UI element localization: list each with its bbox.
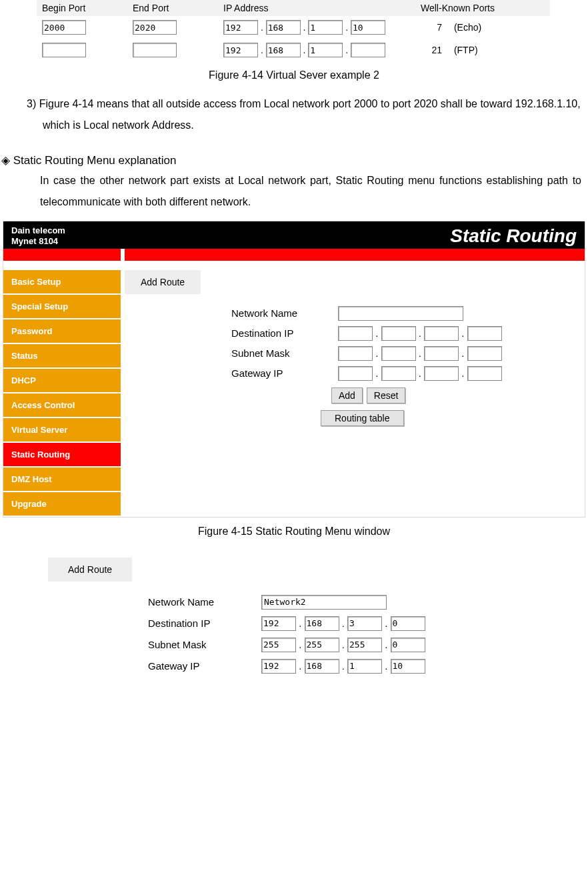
gw-octet-input[interactable] <box>381 366 416 381</box>
ip-octet-input[interactable] <box>351 43 385 57</box>
label-network-name: Network Name <box>148 596 261 608</box>
row-destination-ip: Destination IP . . . <box>148 616 428 631</box>
end-port-input[interactable] <box>133 43 177 57</box>
dest-ip-octet-input[interactable] <box>381 326 416 341</box>
dest-ip-octet-input[interactable] <box>338 326 373 341</box>
mask-octet-input[interactable] <box>338 346 373 361</box>
table-header-row: Begin Port End Port IP Address Well-Know… <box>37 0 550 16</box>
gw-octet-input[interactable] <box>305 659 339 674</box>
sidebar-item-access-control[interactable]: Access Control <box>3 393 121 418</box>
ip-octet-input[interactable] <box>266 43 301 57</box>
paragraph-3: 3) Figure 4-14 means that all outside ac… <box>13 93 581 136</box>
sidebar-item-password[interactable]: Password <box>3 319 121 344</box>
section-body-static-routing: In case the other network part exists at… <box>13 170 581 213</box>
col-begin-port: Begin Port <box>37 0 127 16</box>
divider-bar <box>3 249 585 261</box>
dest-ip-octet-input[interactable] <box>391 616 425 631</box>
network-name-input[interactable] <box>261 595 387 610</box>
dest-ip-octet-input[interactable] <box>424 326 459 341</box>
gw-octet-input[interactable] <box>391 659 425 674</box>
sidebar-item-special-setup[interactable]: Special Setup <box>3 295 121 319</box>
sidebar-item-status[interactable]: Status <box>3 344 121 369</box>
tab-add-route[interactable]: Add Route <box>125 270 201 294</box>
well-known-port-number: 7 <box>421 22 442 33</box>
row-subnet-mask: Subnet Mask . . . <box>231 346 585 361</box>
row-gateway-ip: Gateway IP . . . <box>148 659 428 674</box>
label-destination-ip: Destination IP <box>148 618 261 629</box>
section-heading-static-routing: ◈ Static Routing Menu explanation <box>1 153 588 167</box>
label-gateway-ip: Gateway IP <box>148 660 261 672</box>
gw-octet-input[interactable] <box>338 366 373 381</box>
well-known-port-name: (Echo) <box>454 22 481 33</box>
sidebar-item-basic-setup[interactable]: Basic Setup <box>3 270 121 295</box>
row-destination-ip: Destination IP . . . <box>231 326 585 341</box>
router-brand: Dain telecom Mynet 8104 <box>11 225 65 247</box>
mask-octet-input[interactable] <box>467 346 502 361</box>
row-subnet-mask: Subnet Mask . . . <box>148 638 428 652</box>
ip-octet-input[interactable] <box>308 43 343 57</box>
gw-octet-input[interactable] <box>347 659 382 674</box>
dest-ip-octet-input[interactable] <box>467 326 502 341</box>
well-known-port-name: (FTP) <box>454 45 478 55</box>
router-header: Dain telecom Mynet 8104 Static Routing <box>3 221 585 249</box>
network-name-input[interactable] <box>338 306 463 321</box>
col-ip-address: IP Address <box>218 0 415 16</box>
label-destination-ip: Destination IP <box>231 327 338 339</box>
mask-octet-input[interactable] <box>305 638 339 652</box>
sidebar-item-virtual-server[interactable]: Virtual Server <box>3 418 121 443</box>
ip-octet-input[interactable] <box>266 20 301 35</box>
sidebar-item-dmz-host[interactable]: DMZ Host <box>3 468 121 492</box>
sidebar-item-upgrade[interactable]: Upgrade <box>3 492 121 517</box>
gw-octet-input[interactable] <box>261 659 296 674</box>
routing-table-button[interactable]: Routing table <box>321 410 404 426</box>
row-gateway-ip: Gateway IP . . . <box>231 366 585 381</box>
dest-ip-octet-input[interactable] <box>305 616 339 631</box>
tab-add-route[interactable]: Add Route <box>48 558 132 582</box>
brand-line1: Dain telecom <box>11 225 65 235</box>
add-button[interactable]: Add <box>331 387 363 403</box>
sidebar-item-dhcp[interactable]: DHCP <box>3 369 121 393</box>
end-port-input[interactable] <box>133 20 177 35</box>
row-network-name: Network Name <box>148 595 428 610</box>
label-gateway-ip: Gateway IP <box>231 367 338 379</box>
figure-caption: Figure 4-14 Virtual Sever example 2 <box>0 69 588 81</box>
table-row: . . . 21 (FTP) <box>37 39 550 61</box>
label-subnet-mask: Subnet Mask <box>231 347 338 359</box>
label-network-name: Network Name <box>231 307 338 319</box>
begin-port-input[interactable] <box>42 20 86 35</box>
table-row: . . . 7 (Echo) <box>37 16 550 39</box>
sidebar-nav: Basic Setup Special Setup Password Statu… <box>3 270 121 517</box>
col-well-known-ports: Well-Known Ports <box>415 0 550 16</box>
well-known-port-number: 21 <box>421 45 442 55</box>
ip-octet-input[interactable] <box>223 20 258 35</box>
ip-octet-input[interactable] <box>308 20 343 35</box>
gw-octet-input[interactable] <box>424 366 459 381</box>
mask-octet-input[interactable] <box>261 638 296 652</box>
router-content: Add Route Network Name Destination IP . … <box>121 270 585 517</box>
row-network-name: Network Name <box>231 306 585 321</box>
mask-octet-input[interactable] <box>347 638 382 652</box>
col-end-port: End Port <box>127 0 218 16</box>
gw-octet-input[interactable] <box>467 366 502 381</box>
mask-octet-input[interactable] <box>381 346 416 361</box>
reset-button[interactable]: Reset <box>367 387 406 403</box>
ip-octet-input[interactable] <box>351 20 385 35</box>
dest-ip-octet-input[interactable] <box>347 616 382 631</box>
page-title: Static Routing <box>450 225 577 247</box>
mask-octet-input[interactable] <box>391 638 425 652</box>
dest-ip-octet-input[interactable] <box>261 616 296 631</box>
ip-octet-input[interactable] <box>223 43 258 57</box>
figure-caption: Figure 4-15 Static Routing Menu window <box>0 526 588 538</box>
add-route-example-form: Add Route Network Name Destination IP . … <box>48 558 428 674</box>
virtual-server-port-table: Begin Port End Port IP Address Well-Know… <box>37 0 550 61</box>
sidebar-item-static-routing[interactable]: Static Routing <box>3 443 121 468</box>
brand-line2: Mynet 8104 <box>11 236 58 246</box>
begin-port-input[interactable] <box>42 43 86 57</box>
label-subnet-mask: Subnet Mask <box>148 639 261 650</box>
mask-octet-input[interactable] <box>424 346 459 361</box>
router-admin-ui: Dain telecom Mynet 8104 Static Routing B… <box>3 221 585 518</box>
